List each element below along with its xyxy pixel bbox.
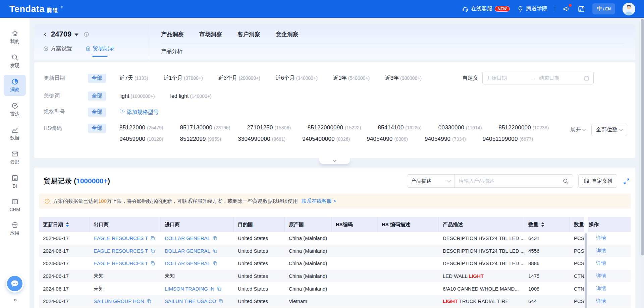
importer-link[interactable]: SAILUN TIRE USA CO bbox=[165, 298, 216, 304]
update-date-option[interactable]: 近6个月(340000+) bbox=[276, 75, 318, 82]
hs-code-option[interactable]: 8512200000(10238) bbox=[498, 124, 549, 131]
page-scrollbar-thumb[interactable] bbox=[641, 19, 644, 255]
copy-icon[interactable] bbox=[218, 299, 223, 304]
detail-link[interactable]: 详情 bbox=[596, 260, 606, 266]
add-spec-button[interactable]: 添加规格型号 bbox=[119, 108, 159, 116]
search-input[interactable]: 请输入产品描述 bbox=[455, 175, 573, 187]
copy-icon[interactable] bbox=[213, 261, 218, 266]
info-icon[interactable] bbox=[84, 32, 89, 37]
sort-toggle-quantity[interactable] bbox=[541, 222, 544, 227]
column-header-destination[interactable]: 目的国 bbox=[234, 217, 285, 232]
tendata-logo[interactable]: Tendata 腾道 ® bbox=[9, 4, 63, 14]
language-toggle[interactable]: 中 / EN bbox=[592, 3, 615, 14]
contact-service-link[interactable]: 联系在线客服 > bbox=[302, 198, 336, 204]
tab-competitor-insight[interactable]: 竞企洞察 bbox=[276, 30, 299, 38]
search-field-select[interactable]: 产品描述 bbox=[407, 175, 455, 187]
sidebar-collapse-toggle[interactable]: » bbox=[13, 296, 16, 303]
importer-link[interactable]: DOLLAR GENERAL bbox=[165, 260, 210, 266]
end-date-input[interactable]: 结束日期 bbox=[539, 75, 581, 81]
tab-market-insight[interactable]: 市场洞察 bbox=[199, 30, 222, 38]
update-date-all-chip[interactable]: 全部 bbox=[88, 74, 106, 83]
start-date-input[interactable]: 开始日期 bbox=[487, 75, 528, 81]
copy-icon[interactable] bbox=[147, 299, 152, 304]
column-header-action[interactable]: 操作 bbox=[585, 217, 631, 232]
importer-link[interactable]: LIMSON TRADING IN bbox=[165, 286, 214, 292]
tab-product-analysis[interactable]: 产品分析 bbox=[161, 48, 182, 55]
hs-code-option[interactable]: 3304990000(9681) bbox=[238, 136, 285, 142]
chat-fab[interactable] bbox=[6, 274, 24, 293]
update-date-option[interactable]: 近1年(540000+) bbox=[333, 75, 370, 82]
custom-date-label[interactable]: 自定义 bbox=[462, 75, 478, 82]
sidebar-item-data[interactable]: 数据 bbox=[4, 123, 26, 144]
table-fullscreen-icon[interactable] bbox=[623, 178, 630, 185]
exporter-link[interactable]: EAGLE RESOURCES T bbox=[94, 260, 148, 266]
search-icon[interactable] bbox=[562, 178, 569, 184]
sidebar-item-bi[interactable]: BIBI bbox=[4, 171, 26, 192]
tab-product-insight[interactable]: 产品洞察 bbox=[161, 30, 184, 38]
importer-link[interactable]: DOLLAR GENERAL bbox=[165, 235, 210, 241]
table-vertical-scrollbar[interactable] bbox=[584, 217, 588, 308]
copy-icon[interactable] bbox=[217, 286, 222, 291]
date-range-picker[interactable]: 开始日期 → 结束日期 bbox=[482, 72, 594, 84]
exporter-link[interactable]: EAGLE RESOURCES T bbox=[94, 248, 148, 254]
detail-link[interactable]: 详情 bbox=[596, 248, 606, 254]
spec-all-chip[interactable]: 全部 bbox=[88, 108, 106, 117]
update-date-option[interactable]: 近7天(1333) bbox=[119, 75, 148, 82]
column-header-update-date[interactable]: 更新日期 bbox=[39, 217, 90, 232]
column-header-quantity[interactable]: 数量 bbox=[524, 217, 570, 232]
column-header-exporter[interactable]: 出口商 bbox=[90, 217, 161, 232]
column-header-hs-code[interactable]: HS编码 bbox=[332, 217, 378, 232]
copy-icon[interactable] bbox=[150, 261, 155, 266]
sidebar-item-home[interactable]: 我的 bbox=[4, 26, 26, 48]
sidebar-item-crm[interactable]: CRM bbox=[4, 195, 26, 215]
sidebar-item-insight[interactable]: 洞察 bbox=[4, 75, 26, 96]
sidebar-item-mail[interactable]: 云邮 bbox=[4, 147, 26, 168]
tab-customer-insight[interactable]: 客户洞察 bbox=[237, 30, 260, 38]
update-date-option[interactable]: 近3年(980000+) bbox=[385, 75, 422, 82]
column-header-importer[interactable]: 进口商 bbox=[161, 217, 234, 232]
user-avatar[interactable] bbox=[623, 3, 635, 15]
update-date-option[interactable]: 近1个月(37000+) bbox=[163, 75, 203, 82]
back-icon[interactable] bbox=[43, 32, 48, 37]
hs-code-option[interactable]: 8517130000(23196) bbox=[180, 124, 230, 131]
column-header-unit[interactable]: 数量单位 bbox=[570, 217, 585, 232]
hs-code-option[interactable]: 94054990(7334) bbox=[425, 136, 466, 142]
column-header-product-desc[interactable]: 产品描述 bbox=[439, 217, 524, 232]
hs-code-option[interactable]: 00330000(11014) bbox=[438, 124, 482, 131]
exporter-link[interactable]: EAGLE RESOURCES T bbox=[94, 235, 148, 241]
sidebar-item-radar[interactable]: 雷达 bbox=[4, 99, 26, 120]
page-scrollbar[interactable] bbox=[641, 18, 644, 308]
plan-dropdown-caret[interactable] bbox=[74, 34, 78, 36]
detail-link[interactable]: 详情 bbox=[596, 286, 606, 292]
hs-code-option[interactable]: 27101250(15808) bbox=[247, 124, 291, 131]
online-service-button[interactable]: 在线客服 NEW bbox=[462, 5, 510, 12]
hs-code-option[interactable]: 85122000090(15222) bbox=[308, 124, 361, 131]
importer-link[interactable]: DOLLAR GENERAL bbox=[165, 248, 210, 254]
fullscreen-icon[interactable] bbox=[578, 5, 585, 13]
update-date-option[interactable]: 近3个月(200000+) bbox=[218, 75, 260, 82]
academy-button[interactable]: 腾道学院 bbox=[517, 5, 547, 12]
tab-plan-settings[interactable]: 方案设置 bbox=[43, 45, 72, 52]
plan-id[interactable]: 24709 bbox=[51, 30, 71, 39]
detail-link[interactable]: 详情 bbox=[596, 298, 606, 304]
keyword-option[interactable]: led light(140000+) bbox=[170, 93, 211, 99]
copy-icon[interactable] bbox=[213, 248, 218, 253]
copy-icon[interactable] bbox=[213, 236, 218, 241]
sort-toggle-update-date[interactable] bbox=[66, 222, 69, 227]
filter-collapse-tab[interactable] bbox=[319, 158, 350, 164]
expand-toggle[interactable]: 展开 bbox=[570, 126, 585, 133]
announcement-icon[interactable] bbox=[562, 5, 570, 13]
copy-icon[interactable] bbox=[150, 236, 155, 241]
hs-all-chip[interactable]: 全部 bbox=[88, 124, 106, 133]
table-scrollbar-thumb[interactable] bbox=[585, 233, 587, 308]
custom-columns-button[interactable]: 自定义列 bbox=[578, 174, 617, 188]
tab-trade-records[interactable]: 贸易记录 bbox=[86, 45, 114, 52]
column-header-hs-desc[interactable]: HS 编码描述 bbox=[378, 217, 439, 232]
hs-code-option[interactable]: 94059900(10120) bbox=[119, 136, 163, 142]
sidebar-item-discover[interactable]: 发现 bbox=[4, 51, 26, 72]
detail-link[interactable]: 详情 bbox=[596, 235, 606, 241]
hs-code-option[interactable]: 9405400000(8326) bbox=[302, 136, 350, 142]
hs-code-option[interactable]: 85122000(25479) bbox=[119, 124, 163, 131]
hs-code-option[interactable]: 94051199000(6877) bbox=[483, 136, 533, 142]
detail-link[interactable]: 详情 bbox=[596, 273, 606, 279]
